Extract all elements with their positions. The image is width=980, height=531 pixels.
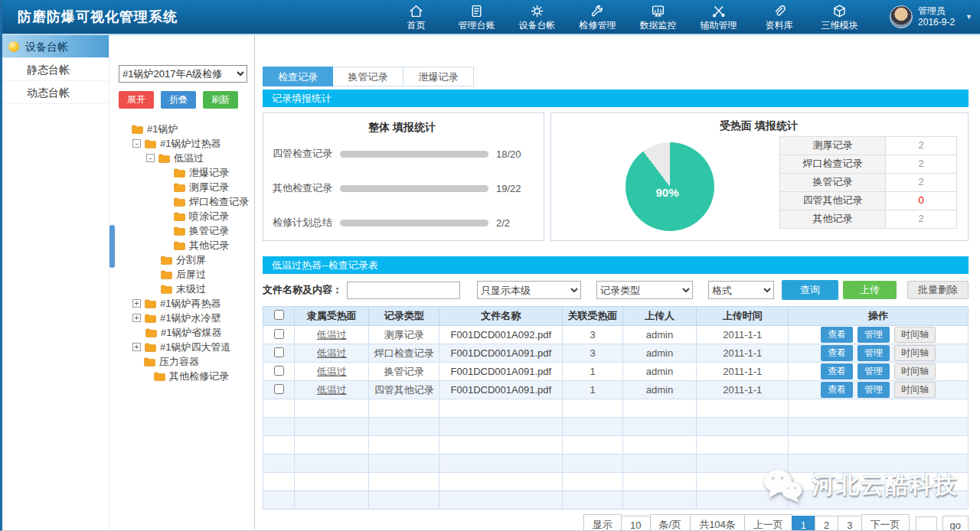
folder-icon [161, 270, 172, 279]
tree-node-2[interactable]: -#1锅炉过热器 [119, 136, 247, 151]
next-page-button[interactable]: 下一页 [861, 514, 910, 531]
upload-button[interactable]: 上传 [843, 281, 897, 299]
timeline-button[interactable]: 时间轴 [894, 363, 936, 380]
page-button-3[interactable]: 3 [838, 516, 861, 531]
tree-node-13[interactable]: +#1锅炉再热器 [119, 296, 247, 311]
tree-node-14[interactable]: +#1锅炉水冷壁 [119, 311, 247, 325]
manage-button[interactable]: 管理 [858, 382, 890, 398]
timeline-button[interactable]: 时间轴 [894, 327, 936, 343]
surface-link[interactable]: 低温过 [317, 329, 347, 340]
tree-node-3[interactable]: -低温过 [119, 151, 247, 165]
surface-link[interactable]: 低温过 [317, 347, 347, 359]
expand-node-icon[interactable]: + [132, 299, 141, 308]
nav-label: 数据监控 [628, 19, 688, 32]
project-select[interactable]: #1锅炉2017年A级检修 [119, 65, 247, 83]
tree-scrollbar[interactable] [109, 225, 115, 268]
tree-node-label: 分割屏 [176, 253, 206, 267]
tree-node-4[interactable]: 泄爆记录 [119, 165, 247, 180]
format-select[interactable]: 格式 [708, 281, 774, 299]
nav-item-2[interactable]: 管理台账 [446, 2, 507, 32]
nav-item-7[interactable]: 资料库 [749, 2, 809, 32]
go-button[interactable]: go [942, 516, 969, 531]
manage-button[interactable]: 管理 [858, 327, 890, 343]
stat-label: 换管记录 [779, 173, 886, 192]
progress-track [340, 185, 488, 192]
timeline-button[interactable]: 时间轴 [894, 345, 936, 361]
row-checkbox[interactable] [274, 329, 284, 339]
record-type-select[interactable]: 记录类型 [596, 281, 693, 299]
refresh-button[interactable]: 刷新 [203, 91, 238, 109]
row-checkbox[interactable] [274, 384, 284, 394]
tree-node-12[interactable]: 末级过 [119, 282, 247, 296]
nav-item-5[interactable]: 数据监控 [628, 2, 688, 32]
nav-item-1[interactable]: 首页 [386, 2, 446, 32]
total-count-label: 共104条 [690, 514, 745, 531]
nav-item-8[interactable]: 三维模块 [809, 2, 870, 32]
chevron-down-icon[interactable]: ▼ [965, 13, 972, 21]
sidebar-item-1[interactable]: 设备台帐 [2, 35, 109, 58]
related-surface-cell: 3 [563, 344, 622, 363]
collapse-button[interactable]: 折叠 [161, 91, 196, 109]
yellow-dot-icon [8, 41, 19, 52]
pagination-unit-label: 条/页 [650, 514, 691, 531]
expand-node-icon[interactable]: + [132, 343, 141, 351]
tree-node-7[interactable]: 喷涂记录 [119, 209, 247, 223]
page-button-2[interactable]: 2 [815, 516, 838, 531]
manage-button[interactable]: 管理 [858, 345, 890, 361]
tree-node-9[interactable]: 其他记录 [119, 238, 247, 252]
empty-table-row [263, 418, 969, 436]
surface-link[interactable]: 低温过 [317, 366, 347, 377]
upload-time-cell: 2011-1-1 [697, 381, 789, 399]
tree-node-5[interactable]: 测厚记录 [119, 180, 247, 194]
view-button[interactable]: 查看 [821, 382, 853, 398]
collapse-node-icon[interactable]: - [146, 154, 155, 162]
tree-node-17[interactable]: 压力容器 [119, 354, 247, 369]
manage-button[interactable]: 管理 [858, 363, 890, 380]
tab-2[interactable]: 换管记录 [333, 67, 403, 86]
sidebar-item-2[interactable]: 静态台帐 [2, 58, 109, 81]
folder-icon [174, 183, 185, 192]
timeline-button[interactable]: 时间轴 [894, 382, 936, 398]
folder-icon [174, 212, 185, 221]
tree-node-10[interactable]: 分割屏 [119, 252, 247, 267]
tree-node-18[interactable]: 其他检修记录 [119, 369, 247, 383]
view-button[interactable]: 查看 [821, 363, 853, 380]
page-jump-input[interactable] [916, 516, 937, 531]
tab-1[interactable]: 检查记录 [263, 67, 333, 86]
tree-node-8[interactable]: 换管记录 [119, 223, 247, 238]
collapse-node-icon[interactable]: - [132, 139, 141, 148]
sidebar-item-3[interactable]: 动态台帐 [2, 81, 109, 104]
select-all-checkbox[interactable] [274, 310, 284, 320]
user-avatar[interactable] [890, 5, 913, 28]
page-size-value[interactable]: 10 [621, 516, 650, 531]
tree-node-1[interactable]: #1锅炉 [119, 122, 247, 136]
surface-link[interactable]: 低温过 [317, 384, 347, 396]
folder-icon [145, 299, 156, 308]
tree-node-16[interactable]: +#1锅炉四大管道 [119, 340, 247, 354]
page-button-1[interactable]: 1 [792, 516, 815, 531]
batch-delete-button[interactable]: 批量删除 [907, 281, 969, 299]
nav-item-3[interactable]: 设备台帐 [507, 2, 567, 32]
top-nav: 首页管理台账设备台帐检修管理数据监控辅助管理资料库三维模块 [386, 2, 870, 32]
tab-3[interactable]: 泄爆记录 [403, 67, 474, 86]
tree-node-6[interactable]: 焊口检查记录 [119, 194, 247, 209]
tree-node-label: 低温过 [174, 151, 204, 165]
tree-node-15[interactable]: #1锅炉省煤器 [119, 325, 247, 340]
file-search-input[interactable] [347, 282, 460, 299]
prev-page-button[interactable]: 上一页 [744, 514, 792, 531]
row-checkbox[interactable] [274, 347, 284, 357]
nav-label: 首页 [386, 19, 446, 32]
search-button[interactable]: 查询 [782, 280, 838, 300]
expand-node-icon[interactable]: + [132, 314, 141, 322]
view-button[interactable]: 查看 [821, 345, 853, 361]
user-area[interactable]: 管理员 2016-9-2 ▼ [890, 5, 972, 28]
nav-item-4[interactable]: 检修管理 [567, 2, 628, 32]
scope-select[interactable]: 只显示本级 [477, 281, 581, 299]
tree-node-11[interactable]: 后屏过 [119, 267, 247, 282]
expand-button[interactable]: 展开 [119, 91, 154, 109]
row-checkbox[interactable] [274, 366, 284, 376]
folder-icon [154, 372, 165, 381]
filter-row: 文件名称及内容： 只显示本级 记录类型 格式 查询 上传 批量删除 [263, 274, 969, 306]
nav-item-6[interactable]: 辅助管理 [688, 2, 749, 32]
view-button[interactable]: 查看 [821, 327, 853, 343]
